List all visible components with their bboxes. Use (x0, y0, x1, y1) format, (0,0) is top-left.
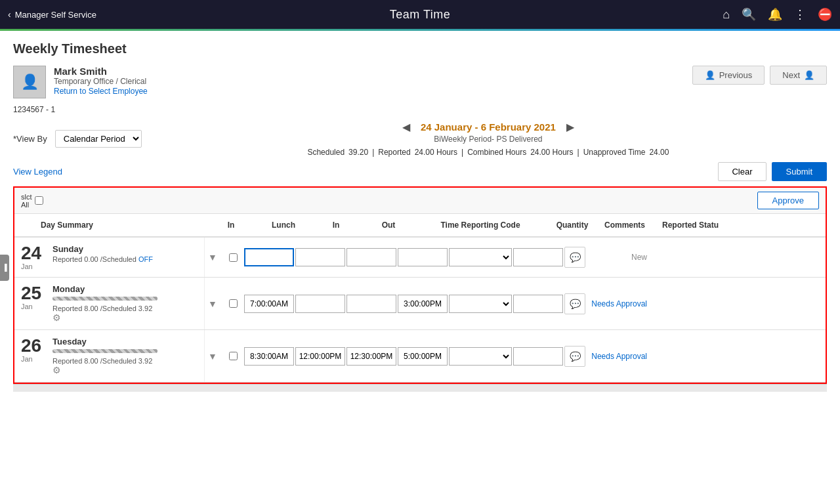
slct-all-label: slctAll (21, 193, 32, 209)
nav-back-label: Manager Self Service (15, 10, 96, 20)
main-content: ▐ Weekly Timesheet 👤 Mark Smith Temporar… (0, 31, 840, 504)
quantity-24[interactable] (513, 248, 563, 266)
table-row: 25 Jan Monday Reported 8.00 /Scheduled 3… (14, 278, 826, 330)
time-entry-26: 💬 Needs Approval (220, 330, 826, 382)
previous-button[interactable]: 👤 Previous (692, 66, 765, 85)
col-quantity: Quantity (546, 218, 598, 232)
clear-button[interactable]: Clear (718, 162, 766, 181)
day-summary-25: 25 Jan Monday Reported 8.00 /Scheduled 3… (14, 278, 205, 329)
progress-fill-25 (52, 297, 158, 301)
in1-25[interactable] (244, 295, 294, 313)
row-checkbox-25[interactable] (229, 299, 238, 308)
view-by-select[interactable]: Calendar Period (55, 130, 142, 148)
sidebar-toggle[interactable]: ▐ (0, 255, 9, 281)
timesheet-container: slctAll Approve Day Summary In Lunch In … (13, 186, 827, 384)
period-row: *View By Calendar Period ◀ 24 January - … (13, 121, 827, 157)
employee-role: Temporary Office / Clerical (54, 77, 148, 86)
search-icon[interactable]: 🔍 (742, 7, 756, 22)
employee-id: 1234567 - 1 (13, 105, 827, 114)
column-headers: Day Summary In Lunch In Out Time Reporti… (14, 214, 826, 238)
action-row: View Legend Clear Submit (13, 162, 827, 181)
row-expand-25[interactable]: ▼ (205, 278, 220, 329)
combined-value: 24.00 Hours (530, 148, 573, 157)
employee-details: Mark Smith Temporary Office / Clerical R… (54, 66, 148, 96)
in2-25[interactable] (346, 295, 396, 313)
day-reported-25: Reported 8.00 /Scheduled 3.92 (52, 304, 199, 312)
trc-24[interactable] (449, 248, 512, 266)
period-center: ◀ 24 January - 6 February 2021 ▶ BiWeekl… (150, 121, 827, 157)
home-icon[interactable]: ⌂ (723, 8, 730, 22)
lunch-24[interactable] (295, 248, 345, 266)
row-expand-24[interactable]: ▼ (205, 238, 220, 277)
day-number-26: 26 (21, 337, 47, 355)
view-by-label: *View By (13, 134, 47, 144)
employee-name: Mark Smith (54, 66, 148, 77)
lunch-26[interactable] (295, 347, 345, 366)
col-in2: In (310, 218, 362, 232)
more-icon[interactable]: ⋮ (794, 7, 806, 22)
return-to-select-link[interactable]: Return to Select Employee (54, 87, 148, 96)
comment-btn-24[interactable]: 💬 (564, 247, 585, 268)
stats-detail: Scheduled 39.20 | Reported 24.00 Hours |… (150, 148, 827, 157)
col-reported-status: Reported Statu (651, 218, 730, 232)
period-date-range: 24 January - 6 February 2021 (421, 121, 556, 133)
out-25[interactable] (398, 295, 448, 313)
period-type: BiWeekly Period- PS Delivered (150, 135, 827, 144)
prev-next-buttons: 👤 Previous Next 👤 (692, 66, 827, 85)
combined-label: Combined Hours (467, 148, 526, 157)
quantity-26[interactable] (513, 347, 563, 366)
scheduled-value: 39.20 (348, 148, 368, 157)
previous-label: Previous (719, 70, 753, 80)
select-all-checkbox[interactable] (35, 196, 43, 205)
scheduled-label: Scheduled (307, 148, 345, 157)
settings-icon-26[interactable]: ⚙ (52, 365, 61, 375)
view-legend-link[interactable]: View Legend (13, 167, 62, 177)
quantity-25[interactable] (513, 295, 563, 313)
in1-26[interactable] (244, 347, 294, 366)
bell-icon[interactable]: 🔔 (768, 7, 782, 22)
out-26[interactable] (398, 347, 448, 366)
period-next-arrow[interactable]: ▶ (566, 121, 574, 133)
status-24: New (587, 253, 652, 262)
day-month-25: Jan (21, 303, 47, 310)
timesheet-header-row: slctAll Approve (14, 188, 826, 214)
col-comments: Comments (598, 218, 651, 232)
settings-icon-25[interactable]: ⚙ (52, 312, 61, 323)
action-buttons: Clear Submit (718, 162, 827, 181)
day-summary-26: 26 Jan Tuesday Reported 8.00 /Scheduled … (14, 330, 205, 382)
person-right-icon: 👤 (804, 70, 814, 80)
bottom-scrollbar[interactable] (13, 384, 827, 392)
status-25: Needs Approval (587, 299, 652, 308)
row-expand-26[interactable]: ▼ (205, 330, 220, 382)
page-title: Weekly Timesheet (13, 41, 827, 56)
progress-fill-26 (52, 349, 158, 353)
comment-btn-25[interactable]: 💬 (564, 293, 585, 314)
reported-label: Reported (378, 148, 410, 157)
col-out: Out (362, 218, 415, 232)
avatar: 👤 (13, 66, 46, 98)
approve-button[interactable]: Approve (757, 192, 819, 209)
lunch-25[interactable] (295, 295, 345, 313)
in2-24[interactable] (346, 248, 396, 266)
in1-24[interactable] (244, 248, 294, 266)
comment-btn-26[interactable]: 💬 (564, 346, 585, 367)
circle-slash-icon[interactable]: ⛔ (818, 7, 832, 22)
day-name-sunday: Sunday (52, 244, 199, 254)
trc-25[interactable] (449, 295, 512, 313)
day-name-monday: Monday (52, 284, 199, 294)
in2-26[interactable] (346, 347, 396, 366)
out-24[interactable] (398, 248, 448, 266)
biweekly-label: BiWeekly Period- PS Delivered (434, 135, 542, 144)
day-number-25: 25 (21, 284, 47, 303)
chevron-left-icon: ‹ (8, 9, 11, 20)
row-checkbox-26[interactable] (229, 352, 238, 360)
row-checkbox-24[interactable] (229, 253, 238, 262)
submit-button[interactable]: Submit (772, 162, 827, 181)
period-prev-arrow[interactable]: ◀ (402, 121, 410, 133)
nav-back-button[interactable]: ‹ Manager Self Service (8, 9, 96, 20)
col-trc: Time Reporting Code (415, 218, 546, 232)
nav-icons: ⌂ 🔍 🔔 ⋮ ⛔ (723, 7, 832, 22)
next-button[interactable]: Next 👤 (770, 66, 827, 85)
trc-26[interactable] (449, 347, 512, 366)
table-row: 26 Jan Tuesday Reported 8.00 /Scheduled … (14, 330, 826, 383)
